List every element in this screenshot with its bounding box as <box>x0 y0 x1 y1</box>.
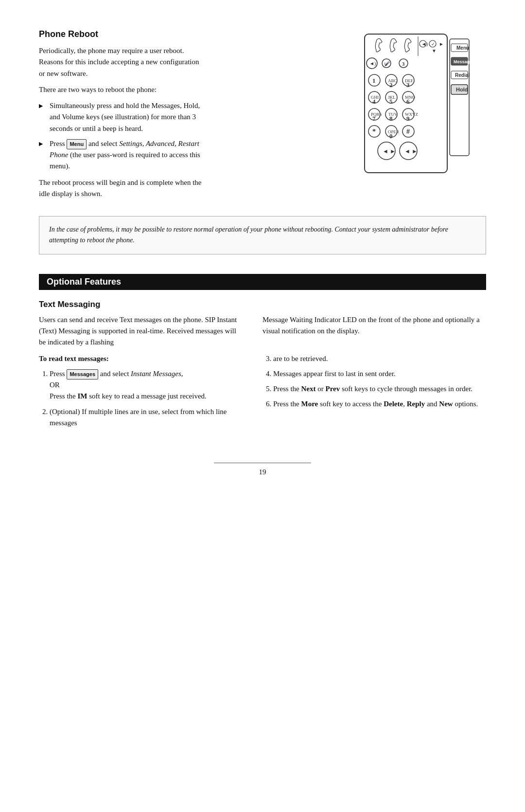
step1b-text: Press the IM soft key to read a message … <box>50 392 207 400</box>
svg-text:#: # <box>406 128 410 135</box>
text-msg-right-intro: Message Waiting Indicator LED on the fro… <box>262 314 486 353</box>
phone-reboot-text: Phone Reboot Periodically, the phone may… <box>39 29 204 204</box>
svg-text:3: 3 <box>406 81 410 89</box>
text-msg-left-para: Users can send and receive Text messages… <box>39 314 243 348</box>
svg-text:Menu: Menu <box>456 45 469 51</box>
messages-key: Messages <box>67 369 98 379</box>
svg-text:◄): ◄) <box>369 61 376 67</box>
footer-page-number: 19 <box>39 468 486 476</box>
step-3: are to be retrieved. <box>273 353 486 364</box>
svg-text:8: 8 <box>389 115 393 122</box>
svg-text:0: 0 <box>389 132 393 140</box>
phone-diagram: ◄) ✓ ► ▼ ◄) 🎤 ∪ 3 <box>360 29 486 204</box>
text-msg-steps-right: are to be retrieved. Messages appear fir… <box>262 353 486 434</box>
step1-or: OR <box>50 381 60 389</box>
steps-ordered-list: Press Messages and select Instant Messag… <box>39 368 243 429</box>
step-4: Messages appear first to last in sent or… <box>273 368 486 379</box>
step-1: Press Messages and select Instant Messag… <box>50 368 243 402</box>
svg-text:6: 6 <box>406 98 410 105</box>
text-msg-right-para: Message Waiting Indicator LED on the fro… <box>262 314 486 337</box>
svg-text:1: 1 <box>372 77 376 84</box>
step-5: Press the Next or Prev soft keys to cycl… <box>273 383 486 395</box>
phone-reboot-section: Phone Reboot Periodically, the phone may… <box>39 29 486 254</box>
svg-text:Redial: Redial <box>455 72 470 78</box>
phone-reboot-title: Phone Reboot <box>39 29 204 39</box>
press-label: Press <box>50 140 65 147</box>
svg-text:2: 2 <box>389 81 393 89</box>
text-messaging-steps: To read text messages: Press Messages an… <box>39 353 486 434</box>
text-messaging-section: Text Messaging Users can send and receiv… <box>39 300 486 433</box>
svg-text:9: 9 <box>406 115 410 122</box>
svg-rect-1 <box>450 39 469 156</box>
steps-right-list: are to be retrieved. Messages appear fir… <box>262 353 486 410</box>
svg-text:▼: ▼ <box>432 48 437 54</box>
step-2: (Optional) If multiple lines are in use,… <box>50 406 243 429</box>
notice-box: In the case of problems, it may be possi… <box>39 216 486 254</box>
bullet-item-1: Simultaneously press and hold the Messag… <box>39 100 204 134</box>
text-messaging-intro: Users can send and receive Text messages… <box>39 314 486 353</box>
text-messaging-title: Text Messaging <box>39 300 486 309</box>
phone-reboot-para1: Periodically, the phone may require a us… <box>39 45 204 79</box>
svg-text:►: ► <box>439 41 444 47</box>
svg-text:◄ ►: ◄ ► <box>383 148 396 155</box>
svg-text:◄): ◄) <box>421 41 428 47</box>
bullet-item-2: Press Menu and select Settings, Advanced… <box>39 138 204 172</box>
svg-text:7: 7 <box>372 115 376 122</box>
phone-reboot-para3: The reboot process will begin and is com… <box>39 177 204 200</box>
phone-reboot-bullets: Simultaneously press and hold the Messag… <box>39 100 204 172</box>
notice-text: In the case of problems, it may be possi… <box>49 226 448 244</box>
to-read-label: To read text messages: <box>39 353 243 364</box>
phone-illustration: ◄) ✓ ► ▼ ◄) 🎤 ∪ 3 <box>360 29 476 180</box>
optional-features-banner: Optional Features <box>39 274 486 290</box>
step1-italic: and select Instant Messages, <box>100 370 183 378</box>
step-6: Press the More soft key to access the De… <box>273 398 486 410</box>
svg-text:3: 3 <box>402 61 405 67</box>
svg-text:◄ ►: ◄ ► <box>404 148 418 155</box>
svg-text:∪: ∪ <box>384 61 388 67</box>
svg-text:Hold: Hold <box>456 87 468 92</box>
svg-text:✓: ✓ <box>431 42 435 47</box>
menu-key: Menu <box>67 139 87 149</box>
text-msg-steps-left: To read text messages: Press Messages an… <box>39 353 243 434</box>
svg-text:Messages: Messages <box>454 59 474 64</box>
footer-divider <box>214 463 311 463</box>
text-msg-left-intro: Users can send and receive Text messages… <box>39 314 243 353</box>
svg-text:5: 5 <box>389 98 393 105</box>
svg-text:4: 4 <box>372 98 376 105</box>
phone-reboot-para2: There are two ways to reboot the phone: <box>39 84 204 95</box>
step1-press: Press <box>50 370 65 378</box>
optional-features-title: Optional Features <box>47 277 121 287</box>
svg-text:*: * <box>372 128 376 135</box>
